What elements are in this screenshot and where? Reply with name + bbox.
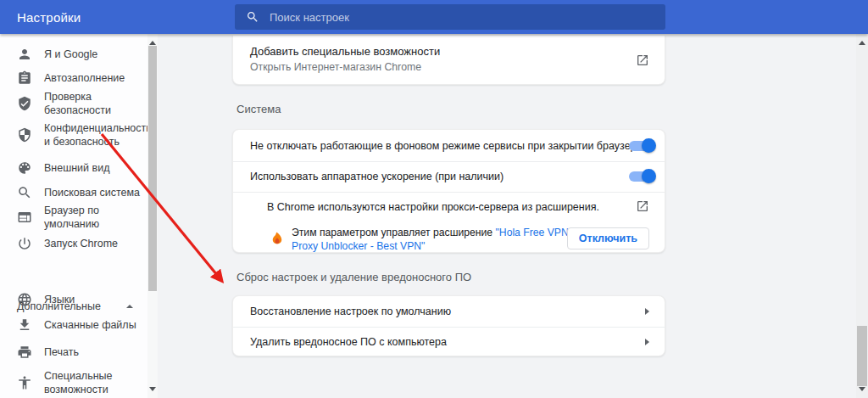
extension-managed-note: Этим параметром управляет расширение "Ho… <box>292 226 590 253</box>
disable-extension-button[interactable]: Отключить <box>567 227 649 249</box>
globe-icon <box>17 292 32 307</box>
clipboard-icon <box>17 70 32 86</box>
system-card: Не отключать работающие в фоновом режиме… <box>232 129 665 253</box>
system-section-title: Система <box>236 103 281 115</box>
scroll-down-icon[interactable] <box>149 387 156 391</box>
sidebar-item-search-engine[interactable]: Поисковая система <box>0 180 146 205</box>
scroll-up-icon[interactable] <box>149 41 156 45</box>
background-services-toggle[interactable] <box>629 141 654 151</box>
shield-check-icon <box>17 96 32 111</box>
toggle-knob <box>642 169 656 183</box>
download-icon <box>17 317 32 333</box>
scroll-down-icon[interactable] <box>859 387 865 391</box>
proxy-settings-row[interactable]: В Chrome используются настройки прокси-с… <box>233 192 665 254</box>
sidebar-item-appearance[interactable]: Внешний вид <box>0 155 146 181</box>
sidebar-item-languages[interactable]: Языки <box>0 287 146 312</box>
main-scrollbar-thumb[interactable] <box>857 326 867 386</box>
add-accessibility-card[interactable]: Добавить специальные возможности Открыть… <box>232 36 665 85</box>
sidebar-item-autofill[interactable]: Автозаполнение <box>0 65 146 91</box>
hardware-acceleration-toggle[interactable] <box>629 171 654 182</box>
sidebar-item-me-and-google[interactable]: Я и Google <box>0 42 146 67</box>
sidebar-scrollbar-thumb[interactable] <box>148 46 157 291</box>
settings-search-box[interactable] <box>235 4 665 30</box>
reset-section-title: Сброс настроек и удаление вредоносного П… <box>236 271 471 283</box>
page-title: Настройки <box>17 10 81 25</box>
sidebar-item-privacy-security[interactable]: Конфиденциальность и безопасность <box>0 117 146 153</box>
external-link-icon[interactable] <box>636 199 649 213</box>
sidebar-item-accessibility[interactable]: Специальные возможности <box>0 365 146 398</box>
add-accessibility-subtitle: Открыть Интернет-магазин Chrome <box>250 61 421 73</box>
shield-half-icon <box>17 127 32 143</box>
chrome-settings-page: Настройки Я и Google Автозаполнение Пров… <box>0 0 868 398</box>
sidebar-scrollbar[interactable] <box>147 34 158 398</box>
accessibility-icon <box>17 375 32 390</box>
sidebar-item-downloads[interactable]: Скачанные файлы <box>0 312 146 338</box>
reset-card: Восстановление настроек по умолчанию Уда… <box>232 295 665 356</box>
sidebar-item-printing[interactable]: Печать <box>0 339 146 365</box>
search-icon <box>246 10 259 24</box>
power-icon <box>17 236 32 251</box>
chevron-right-icon <box>645 308 649 315</box>
printer-icon <box>17 345 32 360</box>
magnifier-icon <box>17 185 32 200</box>
person-icon <box>17 47 32 62</box>
header-bar: Настройки <box>0 0 868 34</box>
external-link-icon[interactable] <box>636 53 649 67</box>
sidebar-nav: Я и Google Автозаполнение Проверка безоп… <box>0 34 158 398</box>
palette-icon <box>17 160 32 176</box>
browser-icon <box>17 210 32 225</box>
cleanup-computer-row[interactable]: Удалить вредоносное ПО с компьютера <box>233 327 665 357</box>
sidebar-item-safety-check[interactable]: Проверка безопасности <box>0 91 146 116</box>
chevron-right-icon <box>645 339 649 345</box>
add-accessibility-title: Добавить специальные возможности <box>250 45 440 58</box>
restore-defaults-row[interactable]: Восстановление настроек по умолчанию <box>233 296 665 327</box>
background-services-row[interactable]: Не отключать работающие в фоновом режиме… <box>233 130 665 161</box>
hardware-acceleration-row[interactable]: Использовать аппаратное ускорение (при н… <box>233 161 665 192</box>
toggle-knob <box>642 138 656 153</box>
sidebar-item-on-startup[interactable]: Запуск Chrome <box>0 231 146 256</box>
main-scrollbar[interactable] <box>856 34 868 398</box>
extension-flame-icon <box>270 229 285 246</box>
search-input[interactable] <box>259 4 665 30</box>
sidebar-item-default-browser[interactable]: Браузер по умолчанию <box>0 205 146 230</box>
scroll-up-icon[interactable] <box>859 41 865 45</box>
